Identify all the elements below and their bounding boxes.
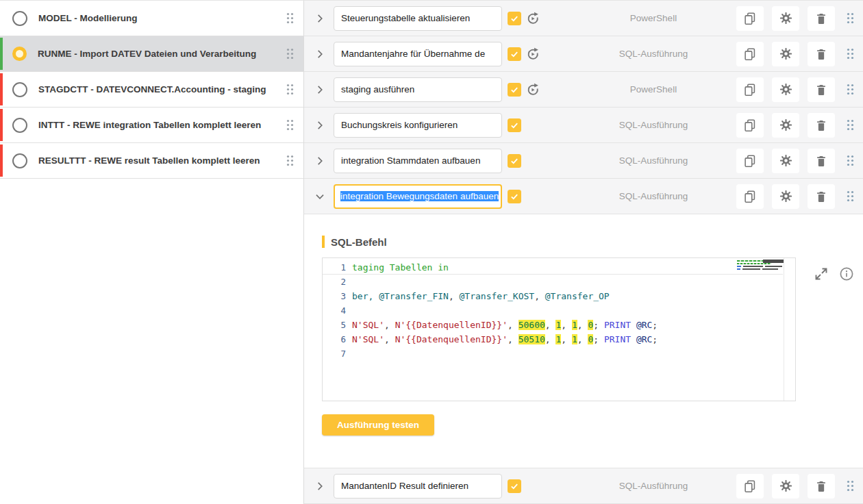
repeat-run-icon [525, 82, 540, 97]
radio-icon[interactable] [12, 153, 27, 168]
delete-step-button[interactable] [808, 77, 835, 102]
drag-handle-icon[interactable] [286, 154, 295, 167]
selected-text: integration Bewegungsdaten aufbauen [340, 191, 499, 201]
copy-step-button[interactable] [736, 113, 764, 138]
copy-step-button[interactable] [736, 6, 764, 31]
step-name-input[interactable] [334, 42, 502, 66]
drag-handle-icon[interactable] [846, 190, 855, 203]
step-name-input[interactable] [334, 474, 502, 499]
job-item[interactable]: RESULTTT - REWE result Tabellen komplett… [0, 143, 303, 179]
step-settings-button[interactable] [772, 149, 799, 173]
minimap-thumb[interactable] [763, 260, 784, 263]
drag-handle-icon[interactable] [286, 118, 295, 131]
job-item[interactable]: STAGDCTT - DATEVCONNECT.Accounting - sta… [0, 72, 303, 108]
step-enabled-checkbox[interactable] [508, 479, 521, 493]
minimap-line [737, 268, 778, 270]
radio-icon[interactable] [12, 82, 27, 97]
copy-icon [742, 82, 758, 97]
job-list-panel: MODEL - ModellierungRUNME - Import DATEV… [0, 0, 304, 504]
copy-step-button[interactable] [736, 77, 764, 102]
copy-step-button[interactable] [736, 149, 764, 173]
radio-icon[interactable] [12, 118, 27, 133]
delete-step-button[interactable] [808, 113, 835, 138]
step-enabled-checkbox[interactable] [508, 154, 521, 168]
expand-step-button[interactable] [312, 81, 328, 98]
copy-icon [742, 118, 758, 133]
status-bar [0, 144, 3, 177]
drag-handle-icon[interactable] [286, 47, 295, 60]
trash-icon [814, 12, 828, 25]
check-icon [510, 481, 519, 491]
expand-step-button[interactable] [312, 46, 328, 62]
radio-icon[interactable] [12, 11, 27, 26]
chevron-right-icon [312, 153, 327, 168]
step-settings-button[interactable] [772, 474, 799, 499]
delete-step-button[interactable] [808, 184, 835, 209]
step-actions [736, 468, 855, 503]
status-bar [0, 73, 3, 105]
step-name-input[interactable]: integration Bewegungsdaten aufbauen [334, 184, 502, 209]
job-item[interactable]: INTTT - REWE integration Tabellen komple… [0, 108, 303, 143]
step-type-label: PowerShell [578, 84, 729, 94]
code-line: 2 [323, 275, 783, 289]
step-settings-button[interactable] [772, 184, 799, 209]
trash-icon [814, 83, 828, 97]
repeat-run-toggle[interactable] [525, 11, 540, 26]
drag-handle-icon[interactable] [846, 12, 855, 25]
step-name-input[interactable] [334, 6, 502, 31]
step-enabled-checkbox[interactable] [508, 190, 521, 203]
drag-handle-icon[interactable] [846, 154, 855, 167]
copy-step-button[interactable] [736, 42, 764, 66]
code-line: 3ber, @Transfer_FIN, @Transfer_KOST, @Tr… [323, 289, 783, 303]
expand-step-button[interactable] [312, 153, 328, 169]
drag-handle-icon[interactable] [846, 118, 855, 131]
info-icon[interactable] [838, 266, 855, 282]
collapse-step-button[interactable] [312, 188, 328, 205]
drag-handle-icon[interactable] [846, 479, 855, 492]
gear-icon [779, 82, 793, 97]
minimap[interactable] [737, 260, 784, 277]
expand-step-button[interactable] [312, 10, 328, 27]
sql-code-editor[interactable]: 1taging Tabellen in23ber, @Transfer_FIN,… [322, 257, 796, 401]
step-settings-button[interactable] [772, 77, 799, 102]
code-text [352, 275, 783, 289]
line-number: 7 [323, 346, 346, 361]
accent-bar [322, 236, 325, 248]
step-enabled-checkbox[interactable] [508, 47, 521, 61]
step-enabled-checkbox[interactable] [508, 12, 521, 25]
step-settings-button[interactable] [772, 42, 799, 66]
copy-step-button[interactable] [736, 184, 764, 209]
code-text: taging Tabellen in [352, 260, 783, 274]
step-name-input[interactable] [334, 149, 502, 173]
step-name-input[interactable] [334, 77, 502, 102]
step-settings-button[interactable] [772, 113, 799, 138]
delete-step-button[interactable] [808, 474, 835, 499]
drag-handle-icon[interactable] [286, 12, 295, 25]
delete-step-button[interactable] [808, 6, 835, 31]
delete-step-button[interactable] [808, 149, 835, 173]
step-actions [736, 143, 855, 178]
copy-step-button[interactable] [736, 474, 764, 499]
expand-step-button[interactable] [312, 478, 328, 494]
gear-icon [779, 479, 793, 493]
code-area[interactable]: 1taging Tabellen in23ber, @Transfer_FIN,… [323, 258, 795, 361]
step-enabled-checkbox[interactable] [508, 83, 521, 97]
delete-step-button[interactable] [808, 42, 835, 66]
repeat-run-toggle[interactable] [525, 82, 540, 97]
drag-handle-icon[interactable] [846, 83, 855, 96]
step-settings-button[interactable] [772, 6, 799, 31]
step-name-input[interactable] [334, 113, 502, 138]
copy-icon [742, 11, 758, 26]
expand-step-button[interactable] [312, 117, 328, 134]
radio-selected-icon[interactable] [12, 47, 27, 61]
expand-editor-icon[interactable] [813, 266, 829, 282]
test-execution-button[interactable]: Ausführung testen [322, 414, 434, 436]
drag-handle-icon[interactable] [846, 47, 855, 60]
step-enabled-checkbox[interactable] [508, 118, 521, 132]
gear-icon [779, 118, 793, 132]
status-bar [0, 38, 3, 70]
job-item[interactable]: MODEL - Modellierung [0, 1, 303, 36]
drag-handle-icon[interactable] [286, 83, 295, 96]
job-item[interactable]: RUNME - Import DATEV Dateien und Verarbe… [0, 36, 303, 72]
repeat-run-toggle[interactable] [525, 47, 540, 62]
